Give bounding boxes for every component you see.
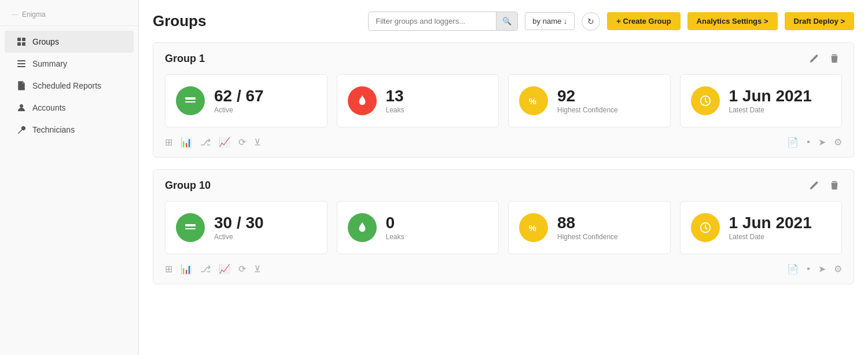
sidebar-item-scheduled-reports[interactable]: Scheduled Reports bbox=[5, 75, 134, 97]
stat-label-active-10: Active bbox=[214, 233, 264, 241]
main-content: Groups 🔍 by name ↓ ↻ + Create Group Anal… bbox=[139, 0, 868, 355]
create-group-button[interactable]: + Create Group bbox=[607, 12, 680, 30]
stat-label-active-1: Active bbox=[214, 106, 264, 114]
group-header-1: Group 1 bbox=[165, 52, 842, 65]
footer-left-10: ⊞ 📊 ⎇ 📈 ⟳ ⊻ bbox=[165, 263, 261, 275]
document-icon bbox=[16, 80, 27, 91]
group-section-10: Group 10 30 / 30 Active bbox=[153, 169, 854, 284]
leaks-icon-1 bbox=[348, 86, 377, 115]
svg-rect-0 bbox=[17, 38, 21, 41]
report-icon-10[interactable]: 📄 bbox=[787, 263, 799, 275]
sidebar-item-summary[interactable]: Summary bbox=[5, 53, 134, 75]
stat-value-leaks-10: 0 bbox=[386, 214, 404, 232]
stat-label-date-10: Latest Date bbox=[729, 233, 812, 241]
leaks-icon-10 bbox=[348, 213, 377, 242]
group-edit-button-10[interactable] bbox=[806, 179, 821, 192]
group-actions-1 bbox=[806, 52, 842, 65]
bar-chart-icon-10[interactable]: 📊 bbox=[181, 263, 192, 275]
search-input[interactable] bbox=[369, 13, 496, 30]
group-title-1: Group 1 bbox=[165, 53, 205, 65]
group-delete-button-10[interactable] bbox=[827, 179, 842, 192]
svg-text:%: % bbox=[529, 224, 536, 233]
filter-icon-1[interactable]: ⊻ bbox=[254, 137, 261, 148]
wrench-icon bbox=[16, 125, 27, 135]
line-chart-icon-1[interactable]: 📈 bbox=[219, 137, 230, 148]
stat-card-leaks-1: 13 Leaks bbox=[337, 74, 499, 127]
group-delete-button-1[interactable] bbox=[827, 52, 842, 65]
svg-rect-5 bbox=[17, 63, 25, 64]
stat-value-leaks-1: 13 bbox=[386, 87, 404, 105]
group-title-10: Group 10 bbox=[165, 180, 211, 192]
stat-card-date-1: 1 Jun 2021 Latest Date bbox=[680, 74, 843, 127]
send-icon-1[interactable]: ➤ bbox=[818, 137, 826, 148]
send-icon-10[interactable]: ➤ bbox=[818, 263, 826, 275]
list-icon bbox=[16, 58, 27, 69]
filter-icon-10[interactable]: ⊻ bbox=[254, 263, 261, 275]
sidebar-item-label: Technicians bbox=[32, 125, 75, 134]
stat-value-confidence-1: 92 bbox=[557, 87, 618, 105]
branch-icon-1[interactable]: ⎇ bbox=[200, 137, 211, 148]
layers-icon-10[interactable]: ▪ bbox=[807, 263, 810, 275]
line-chart-icon-10[interactable]: 📈 bbox=[219, 263, 230, 275]
svg-rect-14 bbox=[185, 224, 196, 226]
stat-value-confidence-10: 88 bbox=[557, 214, 618, 232]
table-icon-1[interactable]: ⊞ bbox=[165, 137, 172, 148]
footer-right-10: 📄 ▪ ➤ ⚙ bbox=[787, 263, 842, 275]
stat-card-confidence-10: % 88 Highest Confidence bbox=[508, 201, 671, 254]
sidebar-brand: Enigma bbox=[0, 7, 138, 26]
settings-icon-1[interactable]: ⚙ bbox=[834, 137, 842, 148]
stat-label-leaks-10: Leaks bbox=[386, 233, 404, 241]
date-icon-10 bbox=[691, 213, 720, 242]
analytics-settings-button[interactable]: Analytics Settings > bbox=[687, 12, 778, 30]
bar-chart-icon-1[interactable]: 📊 bbox=[181, 137, 192, 148]
stat-card-active-10: 30 / 30 Active bbox=[165, 201, 328, 254]
svg-rect-2 bbox=[17, 42, 21, 46]
search-box: 🔍 bbox=[368, 12, 518, 31]
group-actions-10 bbox=[806, 179, 842, 192]
sync-icon-10[interactable]: ⟳ bbox=[238, 263, 246, 275]
stat-cards-10: 30 / 30 Active 0 Leaks % bbox=[165, 201, 842, 254]
svg-rect-1 bbox=[22, 38, 25, 41]
group-edit-button-1[interactable] bbox=[806, 52, 821, 65]
stat-value-active-1: 62 / 67 bbox=[214, 87, 264, 105]
search-button[interactable]: 🔍 bbox=[496, 12, 517, 30]
sidebar-item-technicians[interactable]: Technicians bbox=[5, 119, 134, 141]
svg-rect-7 bbox=[20, 85, 23, 86]
group-header-10: Group 10 bbox=[165, 179, 842, 192]
sidebar: Enigma Groups Summary bbox=[0, 0, 139, 355]
stat-card-leaks-10: 0 Leaks bbox=[337, 201, 499, 254]
sidebar-item-label: Groups bbox=[32, 37, 59, 46]
layers-icon-1[interactable]: ▪ bbox=[807, 137, 810, 148]
sidebar-item-groups[interactable]: Groups bbox=[5, 31, 134, 53]
footer-left-1: ⊞ 📊 ⎇ 📈 ⟳ ⊻ bbox=[165, 137, 261, 148]
sidebar-item-accounts[interactable]: Accounts bbox=[5, 97, 134, 119]
group-footer-10: ⊞ 📊 ⎇ 📈 ⟳ ⊻ 📄 ▪ ➤ ⚙ bbox=[165, 263, 842, 275]
sync-icon-1[interactable]: ⟳ bbox=[238, 137, 246, 148]
svg-rect-4 bbox=[17, 60, 25, 61]
stat-card-active-1: 62 / 67 Active bbox=[165, 74, 328, 127]
draft-deploy-button[interactable]: Draft Deploy > bbox=[785, 12, 855, 30]
stat-cards-1: 62 / 67 Active 13 Leaks % bbox=[165, 74, 842, 127]
group-section-1: Group 1 62 / 67 Active bbox=[153, 42, 854, 158]
settings-icon-10[interactable]: ⚙ bbox=[834, 263, 842, 275]
sidebar-nav: Groups Summary Scheduled Reports bbox=[0, 26, 138, 141]
sidebar-item-label: Summary bbox=[32, 59, 67, 68]
sort-button[interactable]: by name ↓ bbox=[525, 12, 575, 30]
svg-rect-10 bbox=[185, 97, 196, 100]
svg-rect-3 bbox=[22, 42, 25, 46]
svg-rect-6 bbox=[17, 66, 25, 67]
branch-icon-10[interactable]: ⎇ bbox=[200, 263, 211, 275]
svg-text:%: % bbox=[529, 97, 536, 106]
table-icon-10[interactable]: ⊞ bbox=[165, 263, 172, 275]
refresh-button[interactable]: ↻ bbox=[582, 12, 600, 31]
person-icon bbox=[16, 103, 27, 113]
stat-value-date-10: 1 Jun 2021 bbox=[729, 214, 812, 232]
svg-rect-15 bbox=[185, 228, 196, 229]
grid-icon bbox=[16, 36, 27, 47]
stat-label-date-1: Latest Date bbox=[729, 106, 812, 114]
header: Groups 🔍 by name ↓ ↻ + Create Group Anal… bbox=[153, 12, 854, 31]
stat-value-active-10: 30 / 30 bbox=[214, 214, 264, 232]
active-icon-1 bbox=[176, 86, 205, 115]
report-icon-1[interactable]: 📄 bbox=[787, 137, 799, 148]
group-footer-1: ⊞ 📊 ⎇ 📈 ⟳ ⊻ 📄 ▪ ➤ ⚙ bbox=[165, 137, 842, 148]
